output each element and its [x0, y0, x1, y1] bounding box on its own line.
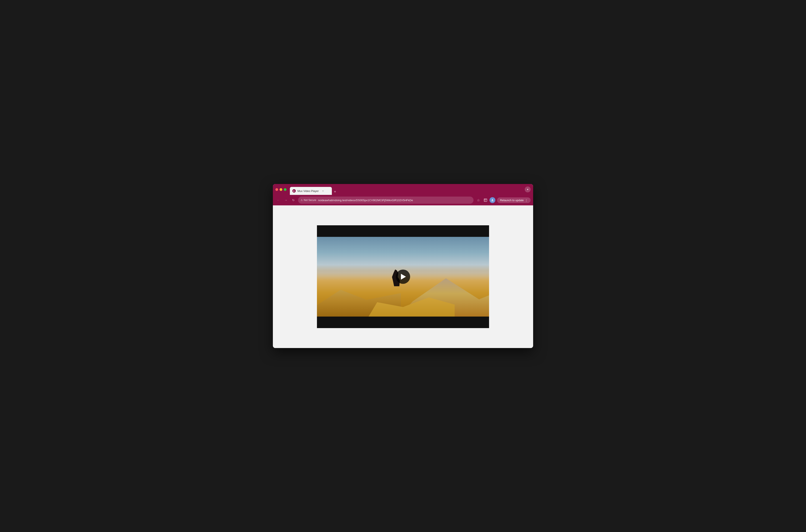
profile-button[interactable] [489, 197, 495, 203]
url-text: noideawhatimdoing.test/videos/DS00Spx1CV… [318, 199, 471, 202]
warning-icon: ⚠ [301, 199, 303, 202]
chrome-menu-button[interactable]: ▾ [525, 187, 531, 192]
minimize-button[interactable] [280, 188, 282, 191]
play-button[interactable] [396, 270, 410, 284]
tab-close-button[interactable]: × [321, 189, 325, 193]
forward-button[interactable]: → [283, 197, 289, 203]
back-button[interactable]: ← [275, 197, 281, 203]
play-icon [401, 274, 406, 280]
title-bar: ▶ Mux Video Player × + ▾ [273, 184, 533, 195]
video-top-bar [317, 225, 489, 237]
svg-point-0 [492, 199, 493, 200]
relaunch-label: Relaunch to update [500, 199, 524, 202]
tab-title: Mux Video Player [297, 189, 319, 193]
extensions-button[interactable] [482, 197, 489, 203]
maximize-button[interactable] [284, 188, 286, 191]
new-tab-button[interactable]: + [332, 189, 338, 195]
video-bottom-bar [317, 317, 489, 328]
not-secure-label: Not Secure [304, 199, 316, 202]
bookmark-button[interactable]: ☆ [475, 197, 482, 203]
browser-window: ▶ Mux Video Player × + ▾ ← → ↻ ⚠ Not Sec… [273, 184, 533, 348]
address-bar-row: ← → ↻ ⚠ Not Secure noideawhatimdoing.tes… [273, 195, 533, 205]
tab-bar: ▶ Mux Video Player × + [290, 184, 523, 195]
not-secure-indicator: ⚠ Not Secure [301, 199, 316, 202]
traffic-lights [275, 188, 286, 191]
close-button[interactable] [275, 188, 278, 191]
relaunch-button[interactable]: Relaunch to update ⋮ [497, 197, 531, 203]
video-player [317, 225, 489, 328]
toolbar-icons: ☆ [475, 197, 495, 203]
active-tab[interactable]: ▶ Mux Video Player × [290, 187, 332, 195]
video-frame [317, 237, 489, 317]
relaunch-menu-icon: ⋮ [525, 199, 528, 202]
tab-favicon: ▶ [293, 189, 296, 193]
reload-button[interactable]: ↻ [290, 197, 296, 203]
window-controls-right: ▾ [525, 187, 531, 192]
address-bar[interactable]: ⚠ Not Secure noideawhatimdoing.test/vide… [298, 196, 473, 204]
page-content [273, 205, 533, 348]
